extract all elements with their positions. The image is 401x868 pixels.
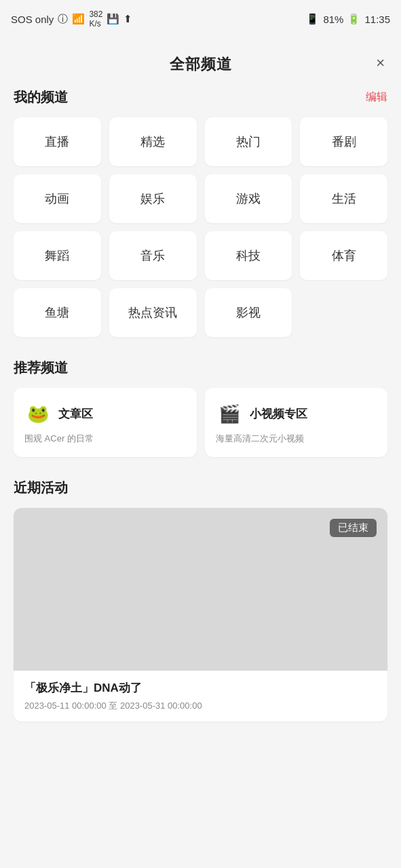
recommend-card-top-video: 🎬 小视频专区 [216,400,377,427]
my-channels-title: 我的频道 [14,88,68,106]
recommend-section: 推荐频道 🐸 文章区 围观 ACer 的日常 🎬 小视频专区 海量高清二次元小视… [0,348,401,468]
sd-icon: 💾 [107,13,119,25]
article-desc: 围观 ACer 的日常 [24,433,186,445]
status-left: SOS only ⓘ 📶 382 K/s 💾 ⬆ [11,9,132,29]
channel-item-anime[interactable]: 动画 [14,174,101,223]
main-content: 全部频道 × 我的频道 编辑 直播 精选 热门 番剧 动画 娱乐 游戏 生活 舞… [0,38,401,760]
channel-item-featured[interactable]: 精选 [109,117,197,166]
page-title: 全部频道 [170,54,232,75]
my-channels-section: 我的频道 编辑 直播 精选 热门 番剧 动画 娱乐 游戏 生活 舞蹈 音乐 科技… [0,88,401,348]
alert-icon: ⓘ [58,13,68,26]
channel-item-live[interactable]: 直播 [14,117,101,166]
channel-item-movies[interactable]: 影视 [205,288,292,337]
speed-text: 382 K/s [89,9,102,29]
edit-button[interactable]: 编辑 [366,90,387,104]
article-name: 文章区 [58,406,93,422]
sos-text: SOS only [11,14,54,25]
channel-item-gaming[interactable]: 游戏 [205,174,292,223]
activity-title: 近期活动 [14,479,387,497]
video-desc: 海量高清二次元小视频 [216,433,377,445]
activity-name: 「极乐净土」DNA动了 [24,680,377,696]
activity-date: 2023-05-11 00:00:00 至 2023-05-31 00:00:0… [24,700,377,712]
battery-percent: 81% [323,14,343,25]
channel-item-tech[interactable]: 科技 [205,231,292,280]
activity-card[interactable]: 已结束 「极乐净土」DNA动了 2023-05-11 00:00:00 至 20… [14,508,387,722]
time-text: 11:35 [364,14,390,25]
channel-item-hot[interactable]: 热门 [205,117,292,166]
my-channels-header: 我的频道 编辑 [14,88,387,106]
article-icon: 🐸 [24,400,52,427]
channel-item-fish[interactable]: 鱼塘 [14,288,101,337]
channel-item-drama[interactable]: 番剧 [300,117,387,166]
close-button[interactable]: × [373,53,387,73]
status-bar: SOS only ⓘ 📶 382 K/s 💾 ⬆ 📱 81% 🔋 11:35 [0,0,401,38]
battery-icon: 🔋 [347,13,360,25]
channel-grid: 直播 精选 热门 番剧 动画 娱乐 游戏 生活 舞蹈 音乐 科技 体育 鱼塘 热… [14,117,387,337]
channel-item-entertainment[interactable]: 娱乐 [109,174,197,223]
upload-icon: ⬆ [123,13,132,25]
status-right: 📱 81% 🔋 11:35 [306,13,390,25]
channel-item-sports[interactable]: 体育 [300,231,387,280]
header: 全部频道 × [0,38,401,88]
channel-item-life[interactable]: 生活 [300,174,387,223]
activity-section: 近期活动 已结束 「极乐净土」DNA动了 2023-05-11 00:00:00… [0,468,401,732]
video-icon: 🎬 [216,400,243,427]
recommend-card-article[interactable]: 🐸 文章区 围观 ACer 的日常 [14,388,197,457]
wifi-icon: 📶 [72,13,85,25]
channel-item-music[interactable]: 音乐 [109,231,197,280]
channel-item-news[interactable]: 热点资讯 [109,288,197,337]
device-icon: 📱 [306,13,319,25]
activity-badge: 已结束 [330,519,377,537]
activity-info: 「极乐净土」DNA动了 2023-05-11 00:00:00 至 2023-0… [14,671,387,722]
activity-image: 已结束 [14,508,387,671]
channel-item-dance[interactable]: 舞蹈 [14,231,101,280]
recommend-grid: 🐸 文章区 围观 ACer 的日常 🎬 小视频专区 海量高清二次元小视频 [14,388,387,457]
video-name: 小视频专区 [250,406,307,422]
recommend-title: 推荐频道 [14,359,387,377]
recommend-card-video[interactable]: 🎬 小视频专区 海量高清二次元小视频 [205,388,388,457]
recommend-card-top-article: 🐸 文章区 [24,400,186,427]
